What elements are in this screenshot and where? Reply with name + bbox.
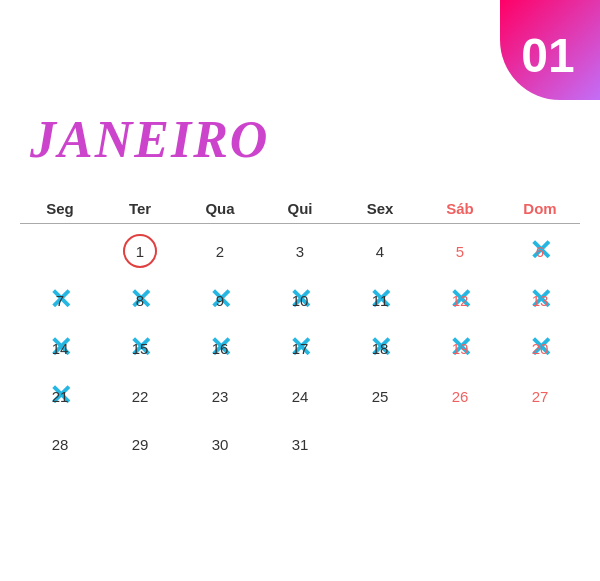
day-number: 27 xyxy=(532,388,549,405)
day-number: 16 xyxy=(212,340,229,357)
weekday-qua: Qua xyxy=(180,200,260,217)
weekday-sáb: Sáb xyxy=(420,200,500,217)
day-number: 30 xyxy=(212,436,229,453)
day-number: 4 xyxy=(376,243,384,260)
weekdays-header: SegTerQuaQuiSexSábDom xyxy=(20,200,580,224)
cal-cell[interactable]: 9✕ xyxy=(180,278,260,322)
cal-cell[interactable]: 7✕ xyxy=(20,278,100,322)
day-number: 24 xyxy=(292,388,309,405)
day-number: 29 xyxy=(132,436,149,453)
weekday-dom: Dom xyxy=(500,200,580,217)
day-number: 6 xyxy=(536,243,544,260)
weekday-ter: Ter xyxy=(100,200,180,217)
cal-cell[interactable]: 25 xyxy=(340,374,420,418)
circled-day: 1 xyxy=(123,234,157,268)
cal-cell[interactable]: 21✕ xyxy=(20,374,100,418)
calendar: SegTerQuaQuiSexSábDom 123456✕7✕8✕9✕10✕11… xyxy=(20,200,580,466)
cal-cell[interactable]: 6✕ xyxy=(500,228,580,274)
cal-cell[interactable]: 26 xyxy=(420,374,500,418)
cal-cell[interactable]: 18✕ xyxy=(340,326,420,370)
cal-cell[interactable]: 28 xyxy=(20,422,100,466)
cal-cell[interactable]: 5 xyxy=(420,228,500,274)
cal-cell[interactable]: 8✕ xyxy=(100,278,180,322)
cal-cell[interactable]: 1 xyxy=(100,228,180,274)
day-number: 19 xyxy=(452,340,469,357)
cal-cell[interactable]: 15✕ xyxy=(100,326,180,370)
day-number: 13 xyxy=(532,292,549,309)
month-badge: 01 xyxy=(500,0,600,100)
weekday-qui: Qui xyxy=(260,200,340,217)
cal-cell[interactable]: 24 xyxy=(260,374,340,418)
cal-cell[interactable]: 22 xyxy=(100,374,180,418)
day-number: 9 xyxy=(216,292,224,309)
day-number: 3 xyxy=(296,243,304,260)
day-number: 8 xyxy=(136,292,144,309)
cal-cell[interactable]: 27 xyxy=(500,374,580,418)
cal-cell[interactable] xyxy=(500,422,580,466)
day-number: 26 xyxy=(452,388,469,405)
cal-cell[interactable]: 30 xyxy=(180,422,260,466)
day-number: 7 xyxy=(56,292,64,309)
cal-cell[interactable]: 3 xyxy=(260,228,340,274)
cal-cell[interactable]: 16✕ xyxy=(180,326,260,370)
cal-cell[interactable]: 29 xyxy=(100,422,180,466)
cal-cell[interactable] xyxy=(340,422,420,466)
cal-cell[interactable] xyxy=(20,228,100,274)
day-number: 31 xyxy=(292,436,309,453)
cal-cell[interactable]: 14✕ xyxy=(20,326,100,370)
day-number: 14 xyxy=(52,340,69,357)
day-number: 17 xyxy=(292,340,309,357)
cal-cell[interactable] xyxy=(420,422,500,466)
cal-cell[interactable]: 31 xyxy=(260,422,340,466)
day-number: 15 xyxy=(132,340,149,357)
cal-cell[interactable]: 17✕ xyxy=(260,326,340,370)
day-number: 20 xyxy=(532,340,549,357)
cal-cell[interactable]: 23 xyxy=(180,374,260,418)
weekday-seg: Seg xyxy=(20,200,100,217)
cal-cell[interactable]: 12✕ xyxy=(420,278,500,322)
cal-cell[interactable]: 19✕ xyxy=(420,326,500,370)
cal-cell[interactable]: 20✕ xyxy=(500,326,580,370)
day-number: 5 xyxy=(456,243,464,260)
day-number: 21 xyxy=(52,388,69,405)
day-number: 10 xyxy=(292,292,309,309)
calendar-grid: 123456✕7✕8✕9✕10✕11✕12✕13✕14✕15✕16✕17✕18✕… xyxy=(20,228,580,466)
day-number: 28 xyxy=(52,436,69,453)
month-title: JANEIRO xyxy=(30,110,269,169)
cal-cell[interactable]: 2 xyxy=(180,228,260,274)
day-number: 22 xyxy=(132,388,149,405)
day-number: 2 xyxy=(216,243,224,260)
day-number: 18 xyxy=(372,340,389,357)
day-number: 25 xyxy=(372,388,389,405)
cal-cell[interactable]: 13✕ xyxy=(500,278,580,322)
cal-cell[interactable]: 4 xyxy=(340,228,420,274)
day-number: 23 xyxy=(212,388,229,405)
cal-cell[interactable]: 11✕ xyxy=(340,278,420,322)
day-number: 11 xyxy=(372,292,389,309)
day-number: 12 xyxy=(452,292,469,309)
weekday-sex: Sex xyxy=(340,200,420,217)
cal-cell[interactable]: 10✕ xyxy=(260,278,340,322)
badge-number: 01 xyxy=(521,18,578,83)
